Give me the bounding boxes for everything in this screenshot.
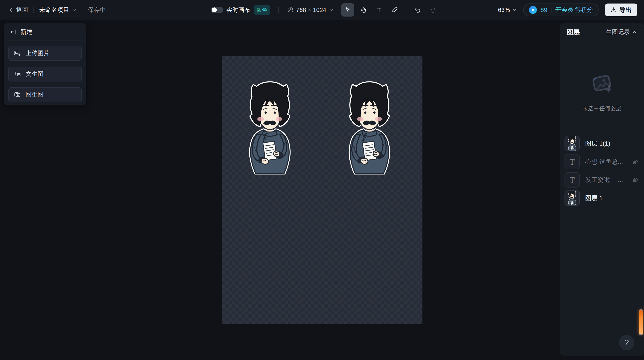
- upload-image-label: 上传图片: [26, 49, 50, 58]
- canvas-size-value: 768 × 1024: [296, 7, 326, 14]
- membership-link[interactable]: 开会员 得积分: [555, 6, 593, 14]
- layer-row[interactable]: 图层 1: [564, 191, 640, 206]
- generation-history-label: 生图记录: [606, 28, 630, 36]
- help-button[interactable]: ?: [619, 335, 634, 350]
- text-layer-icon: T: [564, 172, 580, 188]
- live-canvas-label: 实时画布: [226, 6, 250, 14]
- divider: [406, 7, 406, 13]
- chevron-down-icon: [72, 8, 76, 13]
- layer-row[interactable]: T 发工资啦！ ...: [564, 172, 640, 187]
- divider: [34, 7, 34, 13]
- credit-star-icon: [529, 6, 537, 14]
- divider: [278, 7, 279, 13]
- download-icon: [610, 7, 617, 13]
- canvas-artboard[interactable]: [222, 56, 422, 324]
- layer-name: 图层 1(1): [585, 139, 610, 148]
- image-to-image-icon: [14, 91, 21, 98]
- topbar: 返回 未命名项目 保存中 实时画布 限免 768 × 1024: [0, 0, 644, 20]
- back-button[interactable]: 返回: [8, 6, 28, 14]
- live-canvas-toggle[interactable]: [211, 7, 223, 13]
- generation-history-toggle[interactable]: 生图记录: [606, 28, 637, 36]
- help-label: ?: [624, 338, 629, 347]
- redo-icon: [430, 7, 436, 13]
- image-to-image-label: 图生图: [26, 91, 44, 99]
- layer-name: 心想 这鱼总...: [585, 157, 623, 166]
- text-tool-button[interactable]: [372, 3, 386, 17]
- layer-name: 发工资啦！ ...: [585, 176, 623, 184]
- visibility-off-icon[interactable]: [632, 176, 639, 183]
- export-button[interactable]: 导出: [605, 4, 638, 16]
- layer-name: 图层 1: [585, 194, 603, 203]
- create-panel-header: 新建: [4, 23, 86, 41]
- divider: [82, 7, 82, 13]
- undo-button[interactable]: [411, 3, 424, 17]
- empty-image-icon: [590, 72, 614, 96]
- redo-button[interactable]: [426, 3, 440, 17]
- free-badge: 限免: [254, 5, 270, 15]
- zoom-control[interactable]: 63%: [498, 7, 517, 14]
- select-tool-button[interactable]: [341, 3, 354, 17]
- resize-canvas-icon: [287, 7, 294, 13]
- chevron-down-icon: [512, 8, 517, 13]
- export-label: 导出: [619, 6, 632, 14]
- text-tool-icon: [376, 7, 382, 13]
- layer-thumbnail: [564, 136, 580, 151]
- character-sticker-left[interactable]: [244, 80, 296, 174]
- project-name: 未命名项目: [39, 6, 69, 14]
- empty-selection-text: 未选中任何图层: [560, 105, 644, 112]
- cursor-icon: [344, 7, 351, 13]
- layers-panel-header: 图层 生图记录: [560, 23, 644, 41]
- text-to-image-label: 文生图: [26, 70, 44, 78]
- chevron-up-icon: [632, 30, 637, 35]
- text-layer-icon: T: [564, 154, 580, 169]
- saving-status: 保存中: [88, 6, 106, 14]
- brush-tool-button[interactable]: [388, 3, 402, 17]
- empty-selection-state: 未选中任何图层: [560, 72, 644, 112]
- chevron-down-icon: [329, 8, 334, 13]
- upload-image-icon: [14, 50, 21, 57]
- layers-panel: 图层 生图记录 未选中任何图层: [560, 23, 644, 356]
- layer-row[interactable]: 图层 1(1): [564, 136, 640, 151]
- text-to-image-icon: [14, 70, 21, 78]
- upload-image-button[interactable]: 上传图片: [8, 46, 82, 61]
- brush-icon: [392, 7, 398, 13]
- create-panel: 新建 上传图片 文生图 图生图: [4, 23, 86, 105]
- layer-thumbnail: [564, 191, 580, 206]
- create-panel-body: 上传图片 文生图 图生图: [4, 41, 86, 107]
- visibility-off-icon[interactable]: [632, 158, 639, 165]
- app-window: 返回 未命名项目 保存中 实时画布 限免 768 × 1024: [0, 0, 644, 360]
- collapse-panel-icon[interactable]: [10, 29, 16, 35]
- text-to-image-button[interactable]: 文生图: [8, 67, 82, 81]
- image-to-image-button[interactable]: 图生图: [8, 87, 82, 102]
- character-sticker-right[interactable]: [343, 80, 396, 174]
- toggle-knob: [212, 8, 217, 13]
- back-label: 返回: [16, 6, 28, 14]
- divider: [551, 7, 552, 13]
- credits-membership-pill[interactable]: 89 开会员 得积分: [523, 4, 598, 16]
- credit-count: 89: [540, 7, 547, 14]
- hand-icon: [360, 7, 367, 13]
- zoom-level: 63%: [498, 7, 510, 14]
- chevron-left-icon: [8, 7, 14, 13]
- layer-list: 图层 1(1) T 心想 这鱼总... T 发工资啦！ ...: [564, 136, 640, 209]
- layer-row[interactable]: T 心想 这鱼总...: [564, 154, 640, 169]
- undo-icon: [414, 7, 421, 13]
- canvas-size-select[interactable]: 768 × 1024: [287, 7, 334, 14]
- create-panel-title: 新建: [20, 28, 32, 36]
- layers-title: 图层: [567, 28, 580, 36]
- hand-tool-button[interactable]: [357, 3, 370, 17]
- project-name-menu[interactable]: 未命名项目: [39, 6, 76, 14]
- scrollbar-thumb[interactable]: [639, 309, 644, 335]
